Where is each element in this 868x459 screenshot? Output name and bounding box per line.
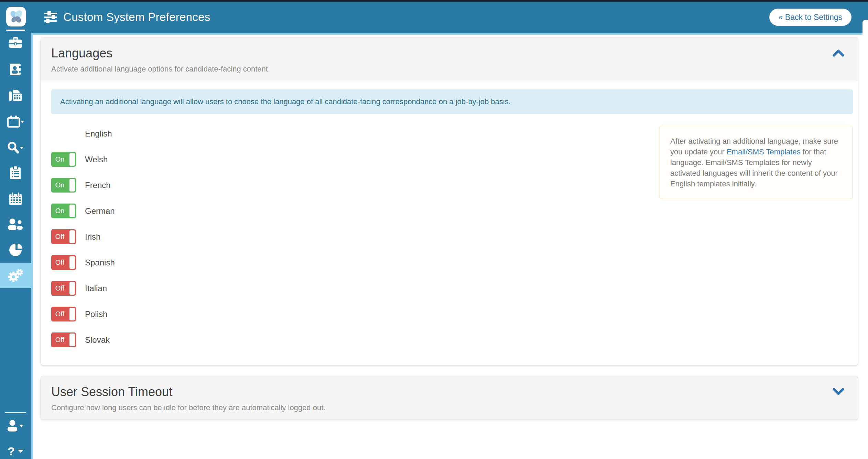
language-label: French (85, 181, 111, 190)
sidebar-item-calendar-grid[interactable] (0, 188, 31, 209)
sidebar-divider (5, 412, 26, 413)
toggle-knob (69, 179, 75, 192)
language-label: Italian (85, 284, 107, 293)
language-label: English (85, 129, 112, 139)
custom-system-preferences-page: Custom System Preferences « Back to Sett… (0, 0, 868, 459)
gears-icon (8, 269, 23, 283)
language-row: Off Polish (51, 307, 853, 321)
languages-panel-header: Languages Activate additional language o… (41, 37, 858, 81)
sidebar-item-users[interactable] (0, 214, 31, 234)
toggle-spanish[interactable]: Off (51, 255, 76, 270)
session-timeout-subtitle: Configure how long users can be idle for… (51, 403, 848, 412)
languages-panel: Languages Activate additional language o… (41, 37, 858, 365)
chevron-down-icon (833, 388, 844, 395)
expand-session-timeout-button[interactable] (831, 386, 846, 398)
languages-panel-body: Activating an additional language will a… (41, 81, 858, 365)
language-row: Off Spanish (51, 255, 853, 270)
sidebar-item-calendar[interactable] (0, 111, 31, 132)
language-row: Off Slovak (51, 332, 853, 347)
sidebar-item-search[interactable] (0, 138, 31, 158)
session-timeout-title: User Session Timeout (51, 385, 848, 399)
languages-subtitle: Activate additional language options for… (51, 65, 848, 74)
email-sms-templates-link[interactable]: Email/SMS Templates (727, 147, 801, 156)
toggle-slot: Off (51, 307, 76, 321)
user-icon (7, 420, 24, 431)
toggle-knob (69, 308, 75, 320)
calendar-icon (7, 116, 24, 128)
app-logo[interactable] (6, 7, 26, 26)
chevron-up-icon (833, 49, 844, 57)
question-icon: ? (8, 445, 15, 458)
butterfly-logo-icon (9, 10, 23, 24)
toggle-state-label: Off (51, 332, 68, 347)
toggle-knob (69, 153, 75, 166)
languages-info-alert: Activating an additional language will a… (51, 89, 853, 114)
toggle-irish[interactable]: Off (51, 229, 76, 244)
toggle-german[interactable]: On (51, 204, 76, 218)
toggle-knob (69, 230, 75, 243)
language-row: Off Italian (51, 281, 853, 296)
page-title-group: Custom System Preferences (44, 2, 210, 33)
toggle-polish[interactable]: Off (51, 307, 76, 321)
toggle-slot (51, 126, 76, 141)
toggle-french[interactable]: On (51, 178, 76, 193)
toggle-slot: On (51, 152, 76, 167)
toggle-state-label: On (51, 204, 68, 218)
chevron-down-icon (21, 121, 24, 123)
toggle-state-label: Off (51, 255, 68, 270)
page-title: Custom System Preferences (63, 11, 210, 24)
language-label: Welsh (85, 155, 108, 164)
sidebar-item-reports[interactable] (0, 240, 31, 260)
sidebar-item-briefcase[interactable] (0, 33, 31, 53)
toggle-state-label: Off (51, 281, 68, 296)
back-to-settings-button[interactable]: « Back to Settings (769, 9, 851, 26)
fax-icon (8, 89, 23, 102)
toggle-slot: Off (51, 332, 76, 347)
users-icon (8, 218, 23, 230)
toggle-state-label: On (51, 152, 68, 167)
collapse-languages-button[interactable] (831, 48, 846, 59)
toggle-knob (69, 205, 75, 217)
logo-active-underline (6, 30, 25, 31)
clipboard-icon (10, 166, 21, 180)
chevron-down-icon (20, 147, 23, 149)
sidebar-item-help[interactable]: ? (0, 441, 31, 459)
sidebar-item-address-book[interactable] (0, 59, 31, 80)
sidebar-item-account[interactable] (0, 415, 31, 436)
pie-chart-icon (8, 243, 23, 257)
toggle-slot: Off (51, 229, 76, 244)
toggle-state-label: On (51, 178, 68, 193)
templates-note-well: After activating an additional language,… (660, 126, 853, 199)
app-header: Custom System Preferences « Back to Sett… (0, 2, 868, 33)
toggle-slovak[interactable]: Off (51, 332, 76, 347)
chevron-down-icon (19, 425, 23, 427)
sidebar-nav: ? (0, 33, 33, 459)
chevron-down-icon (18, 450, 23, 453)
toggle-knob (69, 282, 75, 295)
language-label: Irish (85, 232, 100, 242)
main-content: Languages Activate additional language o… (33, 35, 862, 420)
toggle-slot: On (51, 204, 76, 218)
address-book-icon (9, 63, 22, 76)
toggle-state-label: Off (51, 229, 68, 244)
toggle-welsh[interactable]: On (51, 152, 76, 167)
language-row: Off Irish (51, 229, 853, 244)
language-row: On German (51, 204, 853, 218)
languages-title: Languages (51, 46, 848, 61)
toggle-slot: Off (51, 281, 76, 296)
sidebar-item-fax[interactable] (0, 85, 31, 106)
sidebar-item-clipboard[interactable] (0, 163, 31, 183)
toggle-slot: Off (51, 255, 76, 270)
language-label: Spanish (85, 258, 115, 267)
search-icon (7, 142, 24, 154)
toggle-state-label: Off (51, 307, 68, 321)
toggle-slot: On (51, 178, 76, 193)
scrollbar-track[interactable] (862, 20, 868, 459)
toggle-italian[interactable]: Off (51, 281, 76, 296)
session-timeout-panel-header: User Session Timeout Configure how long … (41, 376, 858, 419)
sliders-icon (44, 11, 57, 23)
sidebar-item-settings-active[interactable] (0, 263, 31, 288)
calendar-grid-icon (9, 192, 22, 205)
session-timeout-panel: User Session Timeout Configure how long … (41, 376, 858, 420)
briefcase-icon (9, 37, 22, 49)
